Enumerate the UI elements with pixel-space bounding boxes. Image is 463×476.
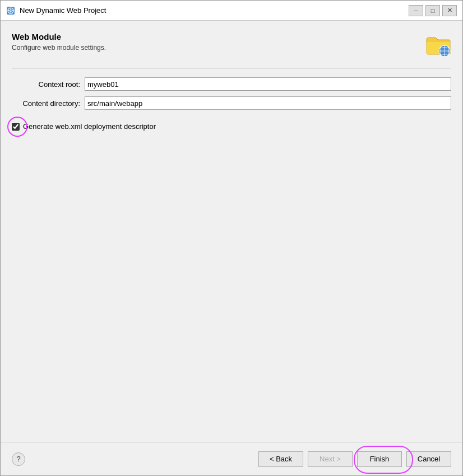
close-button[interactable]: ✕ [442,5,457,16]
context-root-row: Context root: [12,77,451,91]
back-button[interactable]: < Back [258,451,303,467]
generate-checkbox-row: Generate web.xml deployment descriptor [12,122,451,131]
context-root-input[interactable] [85,77,451,91]
main-empty-area [12,131,451,442]
next-button[interactable]: Next > [308,451,353,467]
footer-buttons: < Back Next > Finish Cancel [258,451,451,467]
page-subtitle: Configure web module settings. [12,44,106,52]
title-bar: New Dynamic Web Project ─ □ ✕ [1,1,462,21]
content-directory-input[interactable] [85,96,451,110]
header-section: Web Module Configure web module settings… [12,32,451,59]
help-button[interactable]: ? [12,452,25,466]
maximize-button[interactable]: □ [425,5,440,16]
window-icon [6,6,15,15]
context-root-label: Context root: [12,80,85,89]
main-window: New Dynamic Web Project ─ □ ✕ Web Module… [0,0,463,476]
web-module-icon [424,32,451,59]
window-controls: ─ □ ✕ [409,5,457,16]
finish-button-wrapper: Finish [357,451,402,467]
content-directory-row: Content directory: [12,96,451,110]
footer: ? < Back Next > Finish Cancel [1,442,462,475]
generate-descriptor-checkbox[interactable] [12,123,20,131]
header-divider [12,68,451,68]
content-directory-label: Content directory: [12,99,85,108]
finish-button[interactable]: Finish [357,451,402,467]
generate-descriptor-label: Generate web.xml deployment descriptor [23,122,156,131]
cancel-button[interactable]: Cancel [406,451,451,467]
minimize-button[interactable]: ─ [409,5,423,16]
window-title: New Dynamic Web Project [20,6,409,15]
header-text: Web Module Configure web module settings… [12,32,106,52]
page-title: Web Module [12,32,106,41]
content-area: Web Module Configure web module settings… [1,21,462,442]
